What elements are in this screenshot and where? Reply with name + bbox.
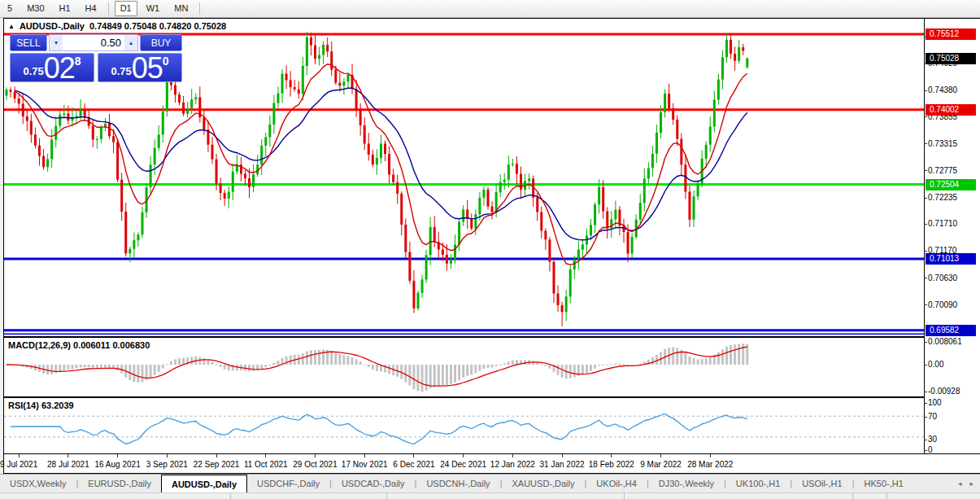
time-axis-label: 28 Mar 2022 <box>687 460 733 469</box>
time-axis-tick <box>19 454 20 457</box>
macd-label: MACD(12,26,9) 0.006011 0.006830 <box>8 340 150 350</box>
rsi-label: RSI(14) 63.2039 <box>8 401 74 410</box>
time-axis-tick <box>611 454 612 457</box>
timeframe-button-mn[interactable]: MN <box>168 1 194 16</box>
chart-tab-dj30-weekly[interactable]: DJ30-,Weekly <box>649 475 724 492</box>
timeframe-button-h1[interactable]: H1 <box>54 1 76 16</box>
time-axis-tick <box>660 454 661 457</box>
axis-tick <box>924 365 927 365</box>
axis-tick <box>924 392 927 392</box>
axis-tick <box>924 342 927 343</box>
ma-fast-line <box>15 64 747 265</box>
time-axis-tick <box>512 454 513 457</box>
sell-price-panel[interactable]: 0.75 02 8 <box>10 53 94 82</box>
time-axis-label: 9 Jul 2021 <box>0 460 37 469</box>
time-axis-label: 3 Sep 2021 <box>146 460 188 469</box>
axis-tick <box>924 440 927 440</box>
buy-price-pip-digit: 0 <box>163 55 169 68</box>
time-axis-label: 12 Jan 2022 <box>490 460 535 469</box>
status-separator <box>386 492 387 499</box>
timeframe-button-5[interactable]: 5 <box>2 1 18 16</box>
buy-price-panel[interactable]: 0.75 05 0 <box>98 53 182 82</box>
volume-decrease-icon[interactable]: ▾ <box>50 35 63 50</box>
chart-tab-usdx-weekly[interactable]: USDX,Weekly <box>0 475 76 492</box>
mt4-window: 5M30H1H4D1W1MN ▲ AUDUSD-,Daily 0.74849 0… <box>0 0 980 499</box>
time-axis-label: 16 Aug 2021 <box>95 460 141 469</box>
axis-tick <box>924 450 927 451</box>
macd-axis-label: 0.00 <box>928 360 943 369</box>
volume-spinner: ▾ ▴ <box>49 34 138 51</box>
time-axis-label: 29 Oct 2021 <box>293 460 337 469</box>
buy-price-prefix: 0.75 <box>111 65 131 77</box>
rsi-axis-label: 0 <box>928 445 933 454</box>
price-axis-label: 0.74380 <box>928 85 957 94</box>
price-axis-label: 0.70630 <box>928 274 957 282</box>
chart-tab-audusd-daily[interactable]: AUDUSD-,Daily <box>161 475 247 492</box>
time-axis-label: 24 Dec 2021 <box>440 460 486 469</box>
chart-tab-hk50-h1[interactable]: HK50-,H1 <box>855 475 913 492</box>
axis-tick <box>924 198 927 199</box>
toolbar-separator <box>199 2 200 15</box>
chart-tab-usdchf-daily[interactable]: USDCHF-,Daily <box>247 475 329 492</box>
chart-tab-eurusd-daily[interactable]: EURUSD-,Daily <box>78 475 161 492</box>
axis-tick <box>924 224 927 225</box>
status-separator <box>852 492 853 499</box>
axis-tick <box>924 278 927 278</box>
rsi-chart-svg <box>4 398 924 453</box>
axis-tick <box>924 143 927 144</box>
buy-price-big-digits: 05 <box>132 56 163 81</box>
tabs-scroll-right-icon[interactable]: ▸ <box>969 479 973 488</box>
price-axis-label: 0.73315 <box>928 139 957 148</box>
chart-tab-usdcad-daily[interactable]: USDCAD-,Daily <box>332 475 415 492</box>
timeframe-button-w1[interactable]: W1 <box>141 1 166 16</box>
time-axis-tick <box>562 454 563 457</box>
price-level-badge: 0.75512 <box>926 28 976 40</box>
axis-tick <box>924 417 927 418</box>
timeframe-toolbar: 5M30H1H4D1W1MN <box>0 0 980 18</box>
chart-tab-usoil-h1[interactable]: USOil-,H1 <box>792 475 852 492</box>
chart-ohlc-values: 0.74849 0.75048 0.74820 0.75028 <box>89 21 226 31</box>
timeframe-button-d1[interactable]: D1 <box>115 1 137 16</box>
price-level-badge: 0.72504 <box>926 179 976 190</box>
sell-button[interactable]: SELL <box>10 34 47 51</box>
chart-tab-usdcnh-daily[interactable]: USDCNH-,Daily <box>416 475 499 492</box>
timeframe-button-h4[interactable]: H4 <box>80 1 102 16</box>
tabs-scroll-left-icon[interactable]: ◂ <box>958 479 962 488</box>
volume-increase-icon[interactable]: ▴ <box>124 35 137 50</box>
rsi-line <box>11 414 747 444</box>
time-axis-tick <box>265 454 266 457</box>
status-separator <box>230 492 231 499</box>
chart-symbol-title: AUDUSD-,Daily <box>20 21 85 31</box>
macd-histogram <box>6 344 749 392</box>
status-separator <box>624 492 625 499</box>
price-axis-label: 0.70090 <box>928 300 957 309</box>
chart-tab-uk100-h1[interactable]: UK100-,H1 <box>726 475 790 492</box>
time-axis-tick <box>364 454 365 457</box>
chart-tab-ukoil-h4[interactable]: UKOil-,H4 <box>586 475 647 492</box>
time-axis-tick <box>216 454 217 457</box>
axis-tick <box>924 116 927 117</box>
sell-price-pip-digit: 8 <box>75 55 81 68</box>
chart-tab-xauusd-daily[interactable]: XAUUSD-,Daily <box>502 475 584 492</box>
time-axis-label: 22 Sep 2021 <box>194 460 240 469</box>
time-axis-tick <box>167 454 168 457</box>
volume-input[interactable] <box>63 35 124 50</box>
time-axis-tick <box>315 454 316 457</box>
rsi-axis-label: 100 <box>928 398 942 407</box>
price-level-badge: 0.74002 <box>926 104 976 116</box>
time-axis-label: 17 Nov 2021 <box>342 460 388 469</box>
status-separator <box>886 492 887 499</box>
chart-title-bar[interactable]: ▲ AUDUSD-,Daily 0.74849 0.75048 0.74820 … <box>8 21 226 31</box>
time-axis-tick <box>463 454 464 457</box>
price-level-badge: 0.71013 <box>926 253 976 265</box>
time-axis-label: 9 Mar 2022 <box>640 460 682 469</box>
timeframe-button-m30[interactable]: M30 <box>21 1 50 16</box>
time-axis-tick <box>68 454 68 457</box>
buy-button[interactable]: BUY <box>140 34 182 51</box>
one-click-trading-widget: SELL ▾ ▴ BUY 0.75 02 8 0.75 05 0 <box>10 34 182 82</box>
price-axis-label: 0.72235 <box>928 193 957 202</box>
axis-tick <box>924 251 927 252</box>
collapse-icon[interactable]: ▲ <box>8 23 15 30</box>
time-axis-label: 18 Feb 2022 <box>589 460 634 469</box>
time-axis-tick <box>117 454 118 457</box>
